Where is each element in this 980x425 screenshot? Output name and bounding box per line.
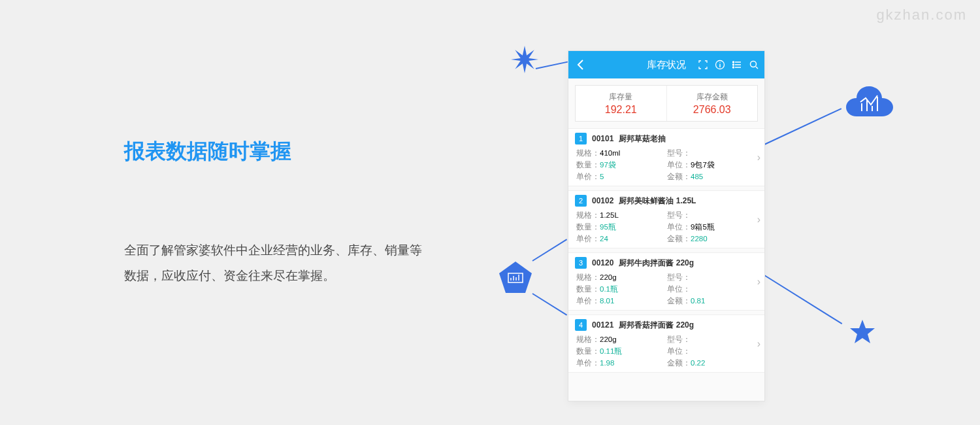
summary-qty-value: 192.21 (605, 104, 637, 116)
qty-label: 数量： (576, 223, 600, 231)
qty-label: 数量： (576, 285, 600, 293)
svg-point-18 (733, 61, 734, 63)
unit-label: 单位： (667, 347, 691, 355)
svg-point-21 (751, 61, 757, 67)
spec-value: 1.25L (600, 211, 619, 219)
item-index: 3 (575, 257, 587, 269)
price-label: 单价： (576, 359, 600, 367)
page-description: 全面了解管家婆软件中企业经营的业务、库存、销量等数据，应收应付、资金往来尽在掌握… (124, 238, 425, 289)
model-label: 型号： (667, 273, 691, 281)
chevron-right-icon: › (757, 214, 760, 226)
amount-value: 0.81 (691, 297, 705, 305)
qty-value: 0.11瓶 (600, 347, 622, 355)
svg-point-19 (733, 64, 734, 65)
amount-label: 金额： (667, 173, 691, 180)
model-label: 型号： (667, 335, 691, 343)
summary-amount-label: 库存金额 (696, 92, 728, 103)
qty-value: 97袋 (600, 161, 616, 169)
spec-label: 规格： (576, 211, 600, 219)
spec-value: 220g (600, 335, 617, 343)
qty-label: 数量： (576, 161, 600, 169)
list-item[interactable]: 1 00101 厨邦草菇老抽 规格：410ml 型号： 数量：97袋 单位：9包… (568, 128, 764, 186)
starburst-icon (511, 46, 538, 73)
svg-marker-11 (850, 320, 875, 343)
price-value: 8.01 (600, 297, 614, 305)
svg-marker-1 (499, 262, 532, 293)
amount-value: 485 (691, 173, 703, 180)
unit-label: 单位： (667, 223, 691, 231)
item-index: 1 (575, 133, 587, 144)
summary-card: 库存量 192.21 库存金额 2766.03 (575, 85, 758, 122)
amount-label: 金额： (667, 297, 691, 305)
svg-marker-0 (511, 46, 538, 73)
item-name: 厨邦香菇拌面酱 220g (619, 320, 694, 331)
unit-label: 单位： (667, 285, 691, 293)
item-code: 00120 (592, 258, 613, 267)
scan-icon[interactable] (698, 60, 708, 70)
marketing-copy: 报表数据随时掌握 全面了解管家婆软件中企业经营的业务、库存、销量等数据，应收应付… (124, 137, 425, 289)
star-icon (849, 318, 875, 345)
item-name: 厨邦草菇老抽 (619, 133, 666, 144)
unit-value: 9箱5瓶 (691, 223, 715, 231)
price-label: 单价： (576, 173, 600, 180)
search-icon[interactable] (749, 60, 759, 70)
item-name: 厨邦美味鲜酱油 1.25L (619, 196, 696, 207)
summary-qty-label: 库存量 (609, 92, 632, 103)
model-label: 型号： (667, 211, 691, 219)
spec-label: 规格： (576, 149, 600, 157)
unit-label: 单位： (667, 161, 691, 169)
chevron-right-icon: › (757, 338, 760, 350)
list-icon[interactable] (732, 60, 742, 70)
spec-label: 规格： (576, 335, 600, 343)
item-index: 2 (575, 195, 587, 207)
cloud-chart-icon (846, 84, 893, 124)
amount-label: 金额： (667, 359, 691, 367)
back-button[interactable] (568, 51, 592, 78)
summary-amount-value: 2766.03 (693, 104, 731, 116)
inventory-list: 1 00101 厨邦草菇老抽 规格：410ml 型号： 数量：97袋 单位：9包… (568, 128, 764, 373)
item-index: 4 (575, 319, 587, 331)
watermark-text: gkzhan.com (876, 7, 967, 24)
spec-value: 410ml (600, 149, 620, 157)
app-header: 库存状况 (568, 51, 764, 78)
price-label: 单价： (576, 297, 600, 305)
item-code: 00121 (592, 320, 613, 330)
spec-value: 220g (600, 273, 617, 281)
price-value: 1.98 (600, 359, 614, 367)
amount-label: 金额： (667, 235, 691, 243)
page-title: 报表数据随时掌握 (124, 137, 425, 166)
connector-line (532, 239, 567, 262)
amount-value: 0.22 (691, 359, 705, 367)
amount-value: 2280 (691, 235, 708, 243)
item-name: 厨邦牛肉拌面酱 220g (619, 258, 694, 269)
connector-line (764, 275, 842, 324)
qty-label: 数量： (576, 347, 600, 355)
info-icon[interactable] (715, 60, 725, 70)
item-code: 00101 (592, 134, 613, 143)
spec-label: 规格： (576, 273, 600, 281)
chevron-right-icon: › (757, 152, 760, 163)
connector-line (764, 108, 842, 145)
unit-value: 9包7袋 (691, 161, 715, 169)
chevron-right-icon: › (757, 276, 760, 288)
svg-line-22 (756, 67, 758, 69)
model-label: 型号： (667, 149, 691, 157)
price-label: 单价： (576, 235, 600, 243)
monitor-icon (498, 260, 533, 296)
price-value: 5 (600, 173, 604, 180)
summary-amount[interactable]: 库存金额 2766.03 (666, 86, 758, 121)
qty-value: 95瓶 (600, 223, 616, 231)
price-value: 24 (600, 235, 608, 243)
phone-mockup: 库存状况 库存量 192.21 库存金额 2766.03 1 00101 厨邦草… (568, 51, 764, 401)
list-item[interactable]: 3 00120 厨邦牛肉拌面酱 220g 规格：220g 型号： 数量：0.1瓶… (568, 252, 764, 311)
svg-point-20 (733, 67, 734, 68)
qty-value: 0.1瓶 (600, 285, 618, 293)
list-item[interactable]: 4 00121 厨邦香菇拌面酱 220g 规格：220g 型号： 数量：0.11… (568, 314, 764, 373)
item-code: 00102 (592, 196, 613, 205)
list-item[interactable]: 2 00102 厨邦美味鲜酱油 1.25L 规格：1.25L 型号： 数量：95… (568, 190, 764, 248)
connector-line (532, 293, 567, 316)
connector-line (536, 61, 568, 69)
summary-qty[interactable]: 库存量 192.21 (576, 86, 666, 121)
